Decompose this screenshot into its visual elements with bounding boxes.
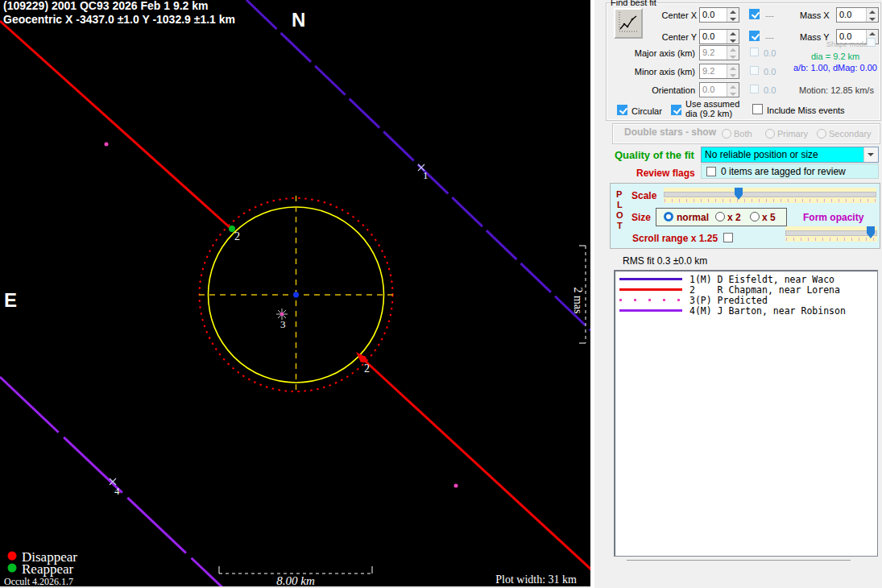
center-x-label: Center X bbox=[640, 10, 697, 20]
center-x-fit-result: --- bbox=[765, 10, 774, 20]
use-assumed-dia-label-line2: dia (9.2 km) bbox=[685, 109, 732, 118]
chevron-down-icon[interactable] bbox=[863, 147, 878, 162]
km-scale-label: 8.00 km bbox=[276, 574, 315, 587]
chord-list-item[interactable]: 3(P) Predicted bbox=[615, 295, 877, 305]
legend-reappear-dot bbox=[8, 564, 17, 573]
chord-list-item[interactable]: 1(M) D Eisfeldt, near Waco bbox=[615, 274, 877, 284]
mass-x-input[interactable]: 0.0 bbox=[836, 7, 879, 23]
diameter-status-text: dia = 9.2 km bbox=[811, 52, 859, 61]
major-axis-fit-result: 0.0 bbox=[764, 48, 776, 58]
double-stars-both-radio[interactable] bbox=[722, 129, 731, 139]
center-x-input[interactable]: 0.0 bbox=[699, 7, 739, 23]
scale-slider-thumb[interactable] bbox=[735, 188, 743, 200]
quality-of-fit-dropdown[interactable]: No reliable position or size bbox=[701, 147, 879, 163]
review-flags-checkbox[interactable] bbox=[706, 167, 716, 176]
app-version-label: Occult 4.2026.1.7 bbox=[4, 576, 73, 587]
chart-icon bbox=[615, 10, 640, 35]
listbox-hscrollbar[interactable] bbox=[627, 560, 851, 561]
form-opacity-slider[interactable] bbox=[785, 226, 877, 242]
chord-4-text: 4(M) J Barton, near Robinson bbox=[689, 305, 846, 317]
scale-slider-ticks bbox=[665, 199, 876, 202]
center-x-fit-checkbox[interactable] bbox=[749, 9, 760, 19]
chord-3-label: 3 bbox=[280, 318, 286, 330]
scale-slider-track[interactable] bbox=[664, 192, 876, 197]
size-normal-radio[interactable] bbox=[664, 212, 673, 222]
double-stars-primary-radio[interactable] bbox=[765, 129, 775, 139]
mas-scale-bar: 2 mas bbox=[572, 246, 586, 343]
size-x5-label: x 5 bbox=[762, 213, 776, 222]
quality-of-fit-value: No reliable position or size bbox=[705, 149, 818, 160]
orientation-input[interactable]: 0.0 bbox=[699, 82, 739, 97]
use-assumed-dia-checkbox[interactable] bbox=[671, 105, 681, 115]
fitted-center-dot bbox=[293, 292, 299, 298]
form-opacity-slider-thumb[interactable] bbox=[867, 226, 875, 238]
chord-list-item[interactable]: 2 R Chapman, near Lorena bbox=[615, 284, 877, 295]
shape-model-label: Shape model bbox=[826, 39, 869, 49]
form-opacity-slider-ticks bbox=[786, 238, 876, 241]
chord-3-disappear-dot bbox=[105, 143, 109, 147]
shape-model-checkbox[interactable] bbox=[867, 38, 876, 47]
double-stars-secondary-radio[interactable] bbox=[817, 129, 826, 139]
review-flags-box: 0 items are tagged for review bbox=[701, 164, 879, 179]
occultation-plot-canvas: 1 4 2 2 bbox=[0, 0, 590, 588]
chord-2-reappear-label: 2 bbox=[234, 230, 240, 242]
double-stars-secondary-label: Secondary bbox=[829, 129, 872, 139]
chord-3-swatch bbox=[619, 299, 682, 301]
orientation-fit-checkbox[interactable] bbox=[750, 85, 759, 93]
center-y-spinner[interactable] bbox=[727, 30, 739, 43]
chord-2-upper-segment bbox=[0, 21, 231, 229]
form-opacity-label: Form opacity bbox=[803, 213, 863, 222]
mass-x-spinner[interactable] bbox=[866, 8, 878, 22]
double-stars-group-label: Double stars - show bbox=[624, 127, 716, 137]
mass-x-value[interactable]: 0.0 bbox=[837, 8, 866, 22]
plot-letter-p: P bbox=[616, 189, 622, 199]
form-opacity-slider-track[interactable] bbox=[785, 230, 877, 236]
chord-2-disappear-label: 2 bbox=[364, 362, 370, 375]
chord-1-text: 1(M) D Eisfeldt, near Waco bbox=[689, 274, 834, 285]
circular-label: Circular bbox=[631, 106, 662, 116]
size-x2-label: x 2 bbox=[727, 213, 741, 222]
center-y-value[interactable]: 0.0 bbox=[700, 30, 727, 43]
center-x-spinner[interactable] bbox=[727, 8, 739, 22]
chord-list-item[interactable]: 4(M) J Barton, near Robinson bbox=[615, 305, 877, 316]
chord-4-label: 4 bbox=[114, 485, 120, 497]
major-axis-fit-checkbox[interactable] bbox=[750, 48, 759, 56]
center-y-fit-checkbox[interactable] bbox=[749, 31, 760, 41]
minor-axis-value: 9.2 bbox=[700, 64, 727, 78]
orientation-spinner[interactable] bbox=[727, 83, 739, 97]
major-axis-value: 9.2 bbox=[700, 46, 727, 60]
orientation-label: Orientation bbox=[620, 85, 695, 95]
scale-slider[interactable] bbox=[664, 188, 876, 203]
east-direction-label: E bbox=[4, 289, 17, 311]
size-label: Size bbox=[631, 213, 651, 222]
chord-1-label: 1 bbox=[423, 169, 429, 181]
review-flags-label: Review flags bbox=[636, 168, 695, 178]
chord-1-swatch bbox=[619, 278, 682, 280]
review-flags-text: 0 items are tagged for review bbox=[721, 167, 846, 176]
quality-of-fit-label: Quality of the fit bbox=[615, 151, 694, 160]
minor-axis-label: Minor axis (km) bbox=[620, 67, 695, 77]
scroll-range-checkbox[interactable] bbox=[723, 233, 733, 242]
major-axis-input[interactable]: 9.2 bbox=[699, 45, 739, 60]
plot-letter-t: T bbox=[617, 221, 623, 230]
plot-title-line1: (109229) 2001 QC93 2026 Feb 1 9.2 km bbox=[3, 0, 209, 12]
include-miss-events-checkbox[interactable] bbox=[752, 104, 763, 114]
minor-axis-spinner[interactable] bbox=[727, 64, 739, 78]
legend-disappear-dot bbox=[8, 552, 17, 561]
circular-checkbox[interactable] bbox=[617, 105, 627, 115]
chord-2-swatch bbox=[619, 288, 682, 291]
double-stars-both-label: Both bbox=[734, 129, 752, 139]
minor-axis-fit-checkbox[interactable] bbox=[750, 66, 759, 75]
size-x5-radio[interactable] bbox=[750, 212, 760, 222]
center-y-input[interactable]: 0.0 bbox=[699, 29, 739, 44]
size-x2-radio[interactable] bbox=[715, 212, 725, 222]
km-scale-bar: 8.00 km bbox=[219, 566, 372, 587]
chord-4-swatch bbox=[619, 309, 682, 312]
chord-listbox[interactable]: 1(M) D Eisfeldt, near Waco 2 R Chapman, … bbox=[614, 270, 878, 557]
plot-letter-l: L bbox=[617, 200, 623, 209]
run-best-fit-button[interactable] bbox=[614, 8, 643, 39]
minor-axis-input[interactable]: 9.2 bbox=[699, 64, 739, 79]
major-axis-spinner[interactable] bbox=[727, 46, 739, 60]
center-y-fit-result: --- bbox=[765, 32, 774, 42]
center-x-value[interactable]: 0.0 bbox=[700, 8, 727, 22]
